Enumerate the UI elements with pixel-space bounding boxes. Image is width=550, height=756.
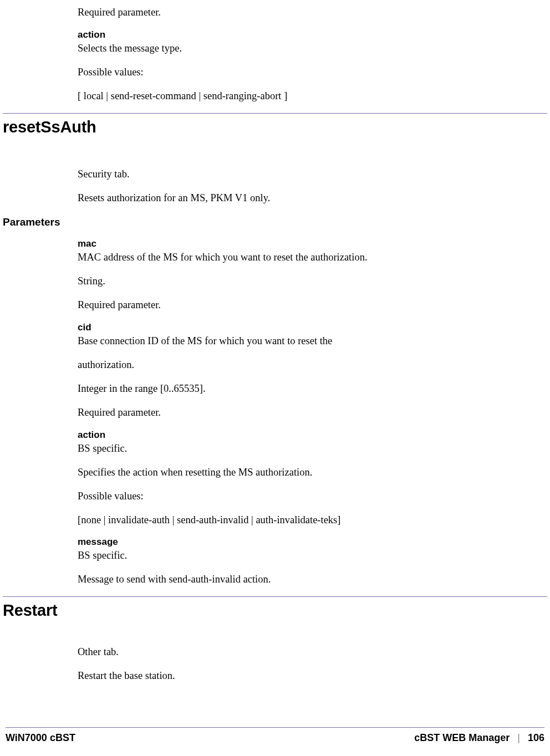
param-action-bs: BS specific.: [78, 442, 517, 456]
param-message-label: message: [78, 537, 517, 548]
top-action-label: action: [78, 29, 517, 40]
param-action-desc: Specifies the action when resetting the …: [78, 466, 517, 479]
top-required: Required parameter.: [78, 6, 517, 19]
param-mac-desc: MAC address of the MS for which you want…: [78, 251, 517, 264]
param-cid-desc2: authorization.: [78, 358, 517, 372]
restart-desc: Restart the base station.: [78, 669, 517, 683]
param-cid-type: Integer in the range [0..65535].: [78, 382, 517, 396]
param-action-label: action: [78, 430, 517, 441]
param-mac-type: String.: [78, 274, 517, 288]
param-mac-label: mac: [78, 238, 517, 249]
top-possible-values-label: Possible values:: [78, 65, 517, 79]
param-cid-required: Required parameter.: [78, 406, 517, 420]
top-action-desc: Selects the message type.: [78, 42, 517, 55]
footer-left: WiN7000 cBST: [6, 732, 75, 744]
section-heading-resetssauth: resetSsAuth: [3, 118, 550, 136]
parameters-heading: Parameters: [3, 216, 550, 228]
param-action-pv: [none | invalidate-auth | send-auth-inva…: [78, 513, 517, 527]
section-heading-restart: Restart: [3, 601, 550, 620]
param-cid-label: cid: [78, 322, 517, 333]
param-message-desc: Message to send with send-auth-invalid a…: [78, 573, 517, 586]
param-mac-required: Required parameter.: [78, 298, 517, 312]
param-cid-desc1: Base connection ID of the MS for which y…: [78, 334, 517, 348]
param-action-pv-label: Possible values:: [78, 489, 517, 503]
footer-separator: |: [517, 732, 520, 744]
restart-tab: Other tab.: [78, 645, 517, 659]
footer-right-label: cBST WEB Manager: [414, 732, 510, 744]
footer-page-number: 106: [528, 732, 544, 744]
param-message-bs: BS specific.: [78, 549, 517, 563]
resetssauth-tab: Security tab.: [78, 167, 517, 181]
resetssauth-desc: Resets authorization for an MS, PKM V1 o…: [78, 191, 517, 205]
top-possible-values: [ local | send-reset-command | send-rang…: [78, 89, 517, 103]
